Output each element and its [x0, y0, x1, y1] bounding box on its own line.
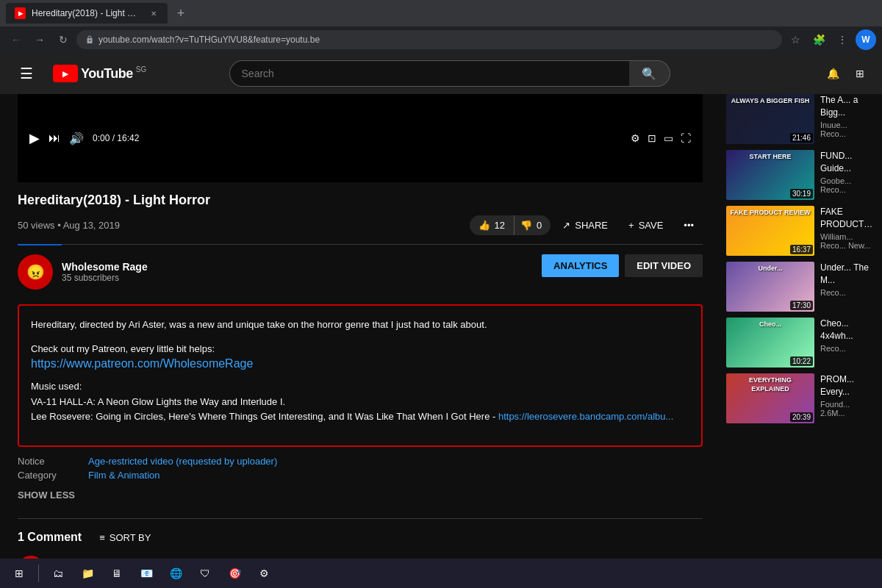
- sidebar-video-1[interactable]: ALWAYS A BIGGER FISH 21:46 The A... a Bi…: [726, 94, 876, 144]
- show-less-button[interactable]: SHOW LESS: [18, 490, 75, 501]
- active-tab[interactable]: ▶ Hereditary(2018) - Light Horror - ✕: [6, 3, 168, 24]
- back-button[interactable]: ←: [6, 29, 26, 50]
- start-button[interactable]: ⊞: [6, 560, 32, 587]
- notice-row: Notice Age-restricted video (requested b…: [18, 456, 703, 467]
- menu-button[interactable]: ☰: [12, 59, 41, 88]
- share-icon: ↗: [562, 220, 570, 231]
- task-view-button[interactable]: 🗂: [45, 560, 71, 587]
- forward-button[interactable]: →: [29, 29, 50, 50]
- sidebar-duration-1: 21:46: [790, 133, 813, 143]
- sort-icon: ≡: [99, 532, 105, 543]
- sidebar-channel-5: Reco...: [820, 344, 876, 353]
- sidebar-thumb-text-4: Under...: [726, 262, 814, 276]
- save-button[interactable]: + SAVE: [620, 215, 672, 235]
- computer-button[interactable]: 🖥: [104, 560, 130, 587]
- youtube-logo[interactable]: ▶ YouTube SG: [53, 65, 146, 82]
- sidebar-video-5[interactable]: Cheo... 10:22 Cheo... 4x4wh... Reco...: [726, 318, 876, 368]
- more-actions-button[interactable]: •••: [675, 215, 703, 235]
- sidebar-thumb-2: START HERE 30:19: [726, 150, 814, 200]
- sidebar-thumb-1: ALWAYS A BIGGER FISH 21:46: [726, 94, 814, 144]
- theater-icon[interactable]: ▭: [664, 132, 673, 144]
- refresh-button[interactable]: ↻: [53, 29, 74, 50]
- sidebar-video-2[interactable]: START HERE 30:19 FUND... Guide... Goobe.…: [726, 150, 876, 200]
- sidebar-title-6: PROM... Every...: [820, 373, 876, 398]
- video-stats: 50 views • Aug 13, 2019: [18, 220, 120, 231]
- browser-button[interactable]: 🌐: [162, 560, 189, 587]
- sidebar-channel-4: Reco...: [820, 288, 876, 297]
- main-content: ▶ ⏭ 🔊 0:00 / 16:42 ⚙ ⊡ ▭ ⛶ Hereditary(20…: [0, 94, 882, 588]
- more-options-button[interactable]: ⋮: [832, 29, 853, 50]
- taskbar: ⊞ 🗂 📁 🖥 📧 🌐 🛡 🎯 ⚙: [0, 559, 882, 588]
- sidebar-duration-6: 20:39: [790, 412, 813, 422]
- channel-left: 😠 Wholesome Rage 35 subscribers: [18, 254, 148, 290]
- sidebar-title-3: FAKE PRODUCT REVIEW: [820, 206, 876, 231]
- desc-text-1: Hereditary, directed by Ari Aster, was a…: [31, 318, 689, 333]
- tab-bar: ▶ Hereditary(2018) - Light Horror - ✕ +: [0, 0, 882, 26]
- sort-label: SORT BY: [110, 532, 151, 543]
- share-label: SHARE: [575, 220, 608, 231]
- settings-icon[interactable]: ⚙: [631, 132, 640, 144]
- category-value[interactable]: Film & Animation: [88, 470, 160, 481]
- skip-icon[interactable]: ⏭: [49, 132, 60, 145]
- settings-button[interactable]: ⚙: [251, 560, 277, 587]
- notice-value[interactable]: Age-restricted video (requested by uploa…: [88, 456, 277, 467]
- notice-label: Notice: [18, 456, 76, 467]
- sidebar-thumb-6: EVERYTHING EXPLAINED 20:39: [726, 373, 814, 423]
- vpn-button[interactable]: 🛡: [192, 560, 218, 587]
- like-button[interactable]: 👍 12: [470, 215, 514, 235]
- channel-name[interactable]: Wholesome Rage: [62, 261, 148, 273]
- sidebar-title-4: Under... The M...: [820, 262, 876, 287]
- patreon-link[interactable]: https://www.patreon.com/WholesomeRage: [31, 357, 253, 370]
- bookmark-star-button[interactable]: ☆: [785, 29, 806, 50]
- thumbs-down-icon: 👎: [520, 220, 532, 231]
- video-player[interactable]: ▶ ⏭ 🔊 0:00 / 16:42 ⚙ ⊡ ▭ ⛶: [18, 94, 703, 182]
- description-box: Hereditary, directed by Ari Aster, was a…: [18, 304, 703, 447]
- new-tab-button[interactable]: +: [171, 3, 191, 24]
- analytics-button[interactable]: ANALYTICS: [542, 254, 619, 277]
- view-count: 50 views: [18, 220, 55, 231]
- taskbar-separator-1: [38, 564, 39, 582]
- desc-patreon-label: Check out my Patreon, every little bit h…: [31, 342, 689, 357]
- mail-button[interactable]: 📧: [133, 560, 159, 587]
- apps-button[interactable]: ⊞: [850, 63, 870, 84]
- sidebar-info-6: PROM... Every... Found... 2.6M...: [820, 373, 876, 423]
- channel-avatar[interactable]: 😠: [18, 254, 53, 290]
- header-actions: 🔔 ⊞: [823, 63, 870, 84]
- play-icon[interactable]: ▶: [29, 130, 40, 146]
- dislike-button[interactable]: 👎 0: [514, 215, 551, 235]
- fullscreen-icon[interactable]: ⛶: [681, 132, 691, 144]
- channel-buttons: ANALYTICS EDIT VIDEO: [542, 254, 703, 277]
- sidebar-video-4[interactable]: Under... 17:30 Under... The M... Reco...: [726, 262, 876, 312]
- target-button[interactable]: 🎯: [221, 560, 248, 587]
- channel-info: Wholesome Rage 35 subscribers: [62, 261, 148, 283]
- sidebar-views-6: 2.6M...: [820, 409, 876, 417]
- miniplayer-icon[interactable]: ⊡: [648, 132, 656, 144]
- sort-by-button[interactable]: ≡ SORT BY: [99, 532, 151, 543]
- sidebar-views-3: Reco... New...: [820, 241, 876, 250]
- category-label: Category: [18, 470, 76, 481]
- category-row: Category Film & Animation: [18, 470, 703, 481]
- sidebar-duration-4: 17:30: [790, 301, 813, 310]
- share-button[interactable]: ↗ SHARE: [553, 215, 617, 235]
- sidebar-video-6[interactable]: EVERYTHING EXPLAINED 20:39 PROM... Every…: [726, 373, 876, 423]
- music-link[interactable]: https://leerosevere.bandcamp.com/albu...: [498, 411, 673, 422]
- extensions-button[interactable]: 🧩: [808, 29, 829, 50]
- notifications-button[interactable]: 🔔: [823, 63, 844, 84]
- desc-paragraph1: Hereditary, directed by Ari Aster, was a…: [31, 318, 689, 333]
- search-button[interactable]: 🔍: [629, 60, 670, 87]
- youtube-logo-icon: ▶: [53, 65, 78, 82]
- tab-close-btn[interactable]: ✕: [148, 7, 159, 19]
- search-input[interactable]: [229, 60, 629, 87]
- volume-icon[interactable]: 🔊: [69, 132, 84, 146]
- address-bar[interactable]: youtube.com/watch?v=TuTHGuYlVU8&feature=…: [76, 30, 782, 49]
- more-icon: •••: [684, 220, 694, 231]
- profile-initial: W: [861, 35, 870, 45]
- file-explorer-button[interactable]: 📁: [74, 560, 101, 587]
- browser-actions: ☆ 🧩 ⋮ W: [785, 29, 876, 50]
- sidebar-thumb-text-3: FAKE PRODUCT REVIEW: [726, 206, 814, 220]
- sidebar-video-3[interactable]: FAKE PRODUCT REVIEW 16:37 FAKE PRODUCT R…: [726, 206, 876, 256]
- desc-music-label: Music used:: [31, 379, 689, 395]
- edit-video-button[interactable]: EDIT VIDEO: [625, 254, 703, 277]
- profile-avatar[interactable]: W: [856, 29, 876, 50]
- thumbs-up-icon: 👍: [478, 220, 490, 231]
